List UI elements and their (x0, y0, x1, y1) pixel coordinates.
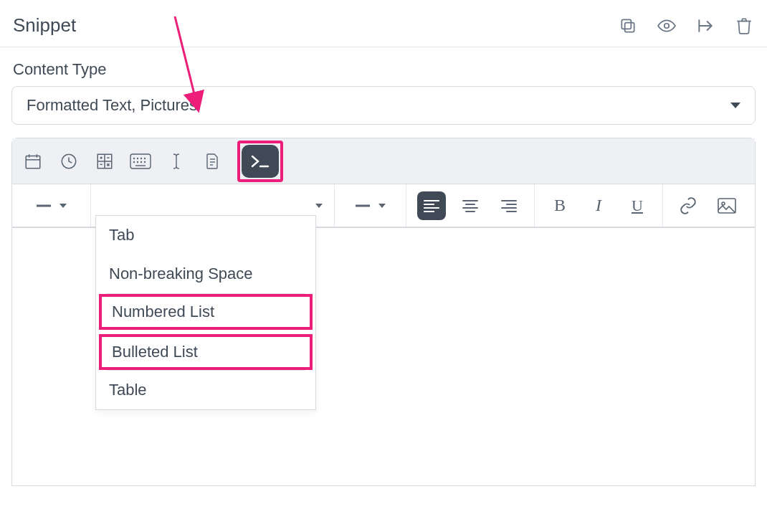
image-icon[interactable] (708, 198, 746, 214)
chevron-down-icon (378, 204, 386, 208)
menu-item-table[interactable]: Table (96, 371, 315, 409)
menu-item-bulleted-list[interactable]: Bulleted List (99, 334, 313, 370)
terminal-icon[interactable] (242, 145, 279, 178)
content-type-select[interactable]: Formatted Text, Pictures (11, 86, 756, 125)
svg-point-26 (145, 158, 146, 158)
style-dropdown[interactable] (12, 184, 91, 227)
form-icon[interactable] (201, 151, 223, 172)
weight-dropdown[interactable] (335, 184, 406, 227)
svg-point-28 (138, 161, 138, 162)
menu-item-numbered-list[interactable]: Numbered List (99, 294, 313, 330)
align-left-button[interactable] (412, 191, 451, 220)
svg-point-24 (138, 158, 138, 158)
content-type-label: Content Type (0, 47, 767, 86)
content-type-value: Formatted Text, Pictures (27, 96, 197, 115)
bold-button[interactable]: B (540, 196, 579, 215)
preview-icon[interactable] (657, 16, 677, 36)
svg-point-25 (141, 158, 142, 158)
time-icon[interactable] (58, 151, 80, 172)
keyboard-icon[interactable] (130, 151, 151, 172)
header-actions (618, 16, 754, 36)
date-icon[interactable] (22, 151, 44, 172)
chevron-down-icon (59, 204, 67, 208)
menu-item-nbsp[interactable]: Non-breaking Space (96, 255, 315, 293)
svg-point-2 (664, 23, 670, 28)
chevron-down-icon (315, 204, 323, 208)
cursor-icon[interactable] (166, 151, 187, 172)
media-group (663, 184, 752, 227)
svg-point-27 (134, 161, 135, 162)
text-style-group: B I U (535, 184, 663, 227)
trash-icon[interactable] (734, 16, 754, 36)
menu-item-tab[interactable]: Tab (96, 216, 315, 255)
underline-button[interactable]: U (618, 196, 657, 215)
page-title: Snippet (13, 14, 76, 37)
calc-icon[interactable] (94, 151, 115, 172)
toolbar-row-top (12, 138, 755, 184)
svg-point-30 (145, 161, 146, 162)
svg-point-52 (722, 202, 725, 205)
export-icon[interactable] (695, 16, 715, 36)
insert-menu: Tab Non-breaking Space Numbered List Bul… (95, 215, 316, 410)
align-center-button[interactable] (451, 199, 490, 212)
svg-rect-1 (621, 19, 631, 29)
svg-rect-22 (130, 154, 151, 168)
code-button-highlight (237, 141, 283, 182)
svg-point-29 (141, 161, 142, 162)
align-right-button[interactable] (490, 199, 528, 212)
svg-rect-5 (26, 156, 40, 168)
copy-icon[interactable] (618, 16, 638, 36)
svg-point-23 (134, 158, 135, 158)
italic-button[interactable]: I (579, 196, 618, 215)
align-group (406, 184, 535, 227)
chevron-down-icon (730, 103, 740, 108)
svg-rect-0 (625, 22, 634, 32)
link-icon[interactable] (669, 196, 708, 215)
